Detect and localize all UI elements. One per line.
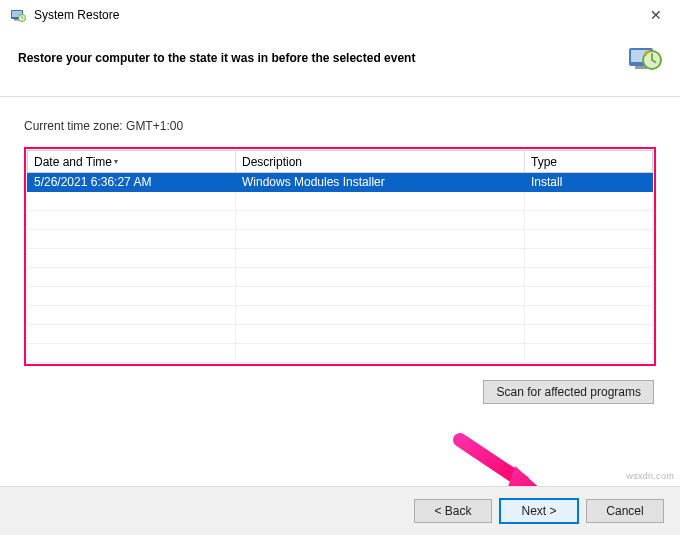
cell-type: Install	[525, 173, 653, 192]
content-area: Current time zone: GMT+1:00 Date and Tim…	[0, 97, 680, 404]
cell-description: Windows Modules Installer	[236, 173, 525, 192]
page-heading: Restore your computer to the state it wa…	[18, 51, 626, 65]
table-row	[28, 306, 653, 325]
wizard-header: Restore your computer to the state it wa…	[0, 28, 680, 96]
wizard-footer: < Back Next > Cancel	[0, 486, 680, 535]
table-row	[28, 211, 653, 230]
watermark: wsxdn.com	[626, 471, 674, 481]
cell-date: 5/26/2021 6:36:27 AM	[28, 173, 236, 192]
table-row	[28, 268, 653, 287]
table-row	[28, 192, 653, 211]
scan-row: Scan for affected programs	[24, 380, 656, 404]
column-header-date-label: Date and Time	[34, 155, 112, 169]
titlebar: System Restore ✕	[0, 0, 680, 28]
column-header-date[interactable]: Date and Time▾	[28, 151, 236, 173]
sort-descending-icon: ▾	[114, 157, 118, 166]
table-row	[28, 230, 653, 249]
cancel-button[interactable]: Cancel	[586, 499, 664, 523]
table-row	[28, 249, 653, 268]
system-restore-icon	[10, 7, 26, 23]
table-row[interactable]: 5/26/2021 6:36:27 AM Windows Modules Ins…	[28, 173, 653, 192]
table-row	[28, 344, 653, 363]
scan-affected-button[interactable]: Scan for affected programs	[483, 380, 654, 404]
close-button[interactable]: ✕	[642, 5, 670, 25]
restore-point-icon	[626, 40, 662, 76]
back-button[interactable]: < Back	[414, 499, 492, 523]
restore-points-table[interactable]: Date and Time▾ Description Type 5/26/202…	[27, 150, 653, 363]
table-row	[28, 325, 653, 344]
restore-points-table-highlight: Date and Time▾ Description Type 5/26/202…	[24, 147, 656, 366]
timezone-label: Current time zone: GMT+1:00	[24, 119, 656, 133]
window-title: System Restore	[34, 8, 642, 22]
table-row	[28, 287, 653, 306]
column-header-description[interactable]: Description	[236, 151, 525, 173]
next-button[interactable]: Next >	[500, 499, 578, 523]
column-header-type[interactable]: Type	[525, 151, 653, 173]
